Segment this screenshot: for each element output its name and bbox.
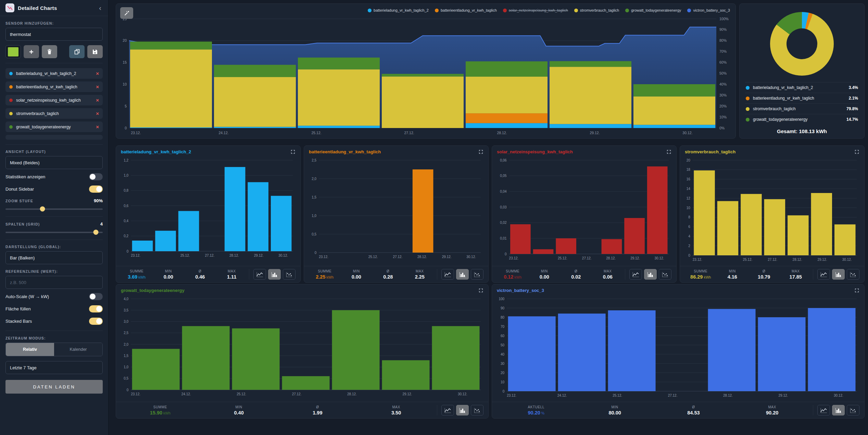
main-stacked-chart[interactable]: 05101520250%10%20%30%40%50%60%70%80%90%1… [119,5,733,138]
sensor-color-dot [9,72,13,75]
bar-chart[interactable]: 00,51,01,52,02,523.12.25.12.27.12.28.12.… [309,157,483,265]
color-picker-swatch[interactable] [5,45,21,58]
svg-text:28.12.: 28.12. [229,254,239,257]
bar-chart[interactable]: 0246810121416182023.12.25.12.27.12.28.12… [685,157,859,265]
svg-text:24.12.: 24.12. [557,394,567,397]
svg-text:29.12.: 29.12. [779,394,788,397]
line-chart-button[interactable] [441,269,454,280]
legend-label: solar_netzeinspeisung_kwh_taglich [509,8,568,12]
bar-chart-button[interactable] [456,405,469,415]
toggle-switch[interactable] [89,185,103,193]
bar-chart[interactable]: 00,010,020,030,040,050,0623.12.25.12.27.… [497,157,671,265]
remove-sensor-icon[interactable]: × [96,71,99,76]
columns-slider[interactable] [5,230,103,235]
svg-text:0,03: 0,03 [500,205,507,209]
period-select[interactable]: Letzte 7 Tage [5,361,103,374]
scatter-chart-button[interactable] [659,269,671,280]
bar-chart[interactable]: 00,51,01,52,02,53,03,54,023.12.24.12.25.… [121,295,483,401]
sensor-list-item[interactable]: stromverbrauch_taglich× [5,108,103,119]
donut-chart[interactable] [770,12,834,76]
global-style-select[interactable]: Bar (Balken) [5,251,103,264]
toggle-switch[interactable] [89,293,103,300]
bar-chart-button[interactable] [456,269,469,280]
scatter-chart-button[interactable] [471,269,483,280]
remove-sensor-icon[interactable]: × [96,111,99,116]
bar-chart-button[interactable] [832,269,845,280]
remove-sensor-icon[interactable]: × [96,84,99,89]
svg-text:25.12.: 25.12. [237,392,246,396]
zoom-slider[interactable] [5,206,103,212]
reference-line-input[interactable] [5,276,103,289]
bar-chart-button[interactable] [644,269,657,280]
save-button[interactable] [87,45,103,58]
bar-chart-button[interactable] [268,269,281,280]
legend-item[interactable]: solar_netzeinspeisung_kwh_taglich [503,8,568,12]
svg-text:3,0: 3,0 [124,320,128,323]
legend-item[interactable]: batterieladung_vr_kwh_taglich_2 [368,8,429,12]
chart-panel-batterieentladung: batterieentladung_vr_kwh_taglich00,51,01… [304,145,489,283]
sensor-list-item[interactable]: growatt_todaygenerateenergy× [5,121,103,132]
layout-select[interactable]: Mixed (Beides) [5,156,103,169]
donut-legend-row[interactable]: batterieentladung_vr_kwh_taglich2.1% [745,93,859,103]
svg-text:18: 18 [687,168,691,171]
scatter-chart-button[interactable] [283,269,295,280]
donut-legend-row[interactable]: stromverbrauch_taglich79.8% [745,103,859,114]
sensor-list-item[interactable]: batterieentladung_vr_kwh_taglich× [5,81,103,92]
dashboard: batterieladung_vr_kwh_taglich_2batteriee… [109,0,868,435]
stat-label: MIN [200,405,278,409]
move-icon[interactable] [854,149,859,156]
line-chart-button[interactable] [253,269,266,280]
line-chart-button[interactable] [817,405,830,415]
legend-item[interactable]: victron_battery_soc_3 [687,8,730,12]
sensor-list-item[interactable]: solar_netzeinspeisung_kwh_taglich× [5,95,103,105]
legend-item[interactable]: growatt_todaygenerateenergy [625,8,681,12]
scatter-chart-button[interactable] [847,269,859,280]
move-icon[interactable] [290,149,295,156]
panel-header: batterieentladung_vr_kwh_taglich [309,149,483,157]
magic-wand-icon [124,10,130,16]
svg-text:8: 8 [688,215,690,219]
magic-wand-button[interactable] [120,7,133,19]
period-tab-kalender[interactable]: Kalender [54,343,102,356]
move-icon[interactable] [478,149,483,156]
move-icon[interactable] [666,149,671,156]
load-data-button[interactable]: DATEN LADEN [5,380,103,394]
svg-text:70: 70 [501,325,505,329]
move-icon[interactable] [854,288,859,294]
svg-text:40%: 40% [719,82,727,86]
donut-legend-row[interactable]: growatt_todaygenerateenergy14.7% [745,114,859,125]
add-sensor-button[interactable] [24,45,39,58]
stat-value: 80.00 [576,410,654,415]
sensor-list-item[interactable]: batterieladung_vr_kwh_taglich_2× [5,68,103,79]
remove-sensor-icon[interactable]: × [96,98,99,103]
bar-chart[interactable]: 010203040506070809010023.12.24.12.25.12.… [497,295,859,401]
add-sensor-label: SENSOR HINZUFÜGEN: [5,21,103,25]
legend-label: batterieladung_vr_kwh_taglich_2 [753,85,813,90]
sensor-search-input[interactable] [5,28,103,41]
donut-legend-row[interactable]: batterieladung_vr_kwh_taglich_23.4% [745,82,859,93]
line-chart-button[interactable] [817,269,830,280]
stat-value: 10.79 [748,274,780,280]
stat-label: Ø [184,269,216,273]
remove-sensor-icon[interactable]: × [96,124,99,129]
collapse-sidebar-icon[interactable]: ‹ [98,4,103,11]
legend-dot [687,9,691,12]
legend-item[interactable]: batterieentladung_vr_kwh_taglich [435,8,497,12]
line-chart-button[interactable] [441,405,454,415]
toggle-switch[interactable] [89,173,103,180]
bar-chart-button[interactable] [832,405,845,415]
panel-title: victron_battery_soc_3 [497,288,544,293]
period-tab-relativ[interactable]: Relativ [6,343,54,356]
scatter-chart-button[interactable] [471,405,483,415]
move-icon[interactable] [478,288,483,294]
toggle-switch[interactable] [89,318,103,325]
legend-item[interactable]: stromverbrauch_taglich [574,8,619,12]
scatter-chart-button[interactable] [847,405,859,415]
sensor-color-dot [9,112,13,115]
bar-chart[interactable]: 00,20,40,60,81,01,223.12.25.12.27.12.28.… [121,157,295,265]
delete-sensor-button[interactable] [42,45,57,58]
line-chart-button[interactable] [629,269,642,280]
svg-text:3,5: 3,5 [124,308,128,312]
toggle-switch[interactable] [89,305,103,312]
copy-button[interactable] [69,45,85,58]
